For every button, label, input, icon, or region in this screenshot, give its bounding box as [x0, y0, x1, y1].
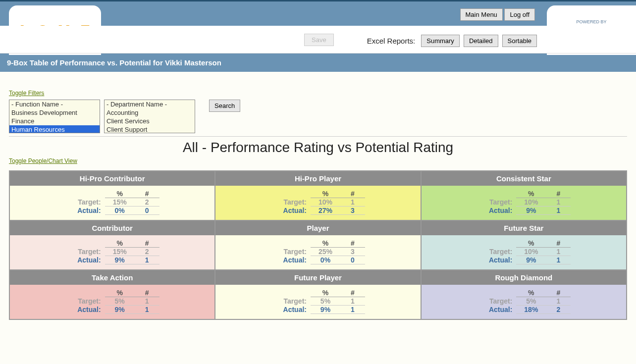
- box-title: Future Star: [422, 221, 626, 235]
- main-menu-button[interactable]: Main Menu: [460, 8, 503, 21]
- box-title: Contributor: [10, 221, 214, 235]
- toggle-people-chart-link[interactable]: Toggle People/Chart View: [9, 157, 77, 164]
- nine-box-cell: Hi-Pro Player %# Target:10%1 Actual:27%3: [215, 171, 421, 220]
- department-option[interactable]: - Department Name -: [105, 100, 195, 108]
- box-title: Rough Diamond: [422, 270, 626, 285]
- box-title: Player: [215, 221, 420, 235]
- function-option[interactable]: Finance: [9, 117, 100, 125]
- function-option[interactable]: - Function Name -: [9, 100, 100, 108]
- box-body: %# Target:10%1 Actual:27%3: [215, 186, 420, 220]
- chart-title: All - Performance Rating vs Potential Ra…: [9, 140, 627, 156]
- nine-box-grid: Hi-Pro Contributor %# Target:15%2 Actual…: [9, 170, 627, 320]
- top-bar: A C M E Main Menu Log off POWERED BY via…: [0, 0, 636, 26]
- nine-box-cell: Rough Diamond %# Target:5%1 Actual:18%2: [421, 270, 627, 319]
- nine-box-cell: Player %# Target:25%3 Actual:0%0: [215, 220, 421, 270]
- box-title: Hi-Pro Contributor: [10, 171, 214, 186]
- department-option[interactable]: Accounting: [105, 108, 195, 117]
- box-title: Consistent Star: [422, 171, 626, 186]
- function-option[interactable]: Human Resources: [9, 125, 100, 133]
- nine-box-cell: Contributor %# Target:15%2 Actual:9%1: [9, 220, 215, 270]
- detailed-button[interactable]: Detailed: [464, 35, 498, 47]
- box-body: %# Target:10%1 Actual:9%1: [422, 186, 626, 220]
- filters-row: - Function Name -Business DevelopmentFin…: [9, 100, 627, 133]
- powered-by-label: POWERED BY: [576, 19, 606, 24]
- department-option[interactable]: Client Support: [105, 125, 195, 133]
- search-button[interactable]: Search: [209, 100, 240, 112]
- nine-box-cell: Take Action %# Target:5%1 Actual:9%1: [9, 270, 215, 319]
- divider: [9, 136, 627, 137]
- box-body: %# Target:15%2 Actual:9%1: [10, 235, 214, 269]
- function-option[interactable]: Business Development: [9, 108, 100, 117]
- box-body: %# Target:25%3 Actual:0%0: [215, 235, 420, 269]
- box-body: %# Target:15%2 Actual:0%0: [10, 186, 214, 220]
- log-off-button[interactable]: Log off: [504, 8, 535, 21]
- nine-box-cell: Hi-Pro Contributor %# Target:15%2 Actual…: [9, 171, 215, 220]
- page-title: 9-Box Table of Performance vs. Potential…: [0, 53, 636, 72]
- box-body: %# Target:10%1 Actual:9%1: [422, 235, 626, 269]
- box-body: %# Target:5%1 Actual:18%2: [422, 285, 626, 319]
- department-option[interactable]: Client Services: [105, 117, 195, 125]
- box-title: Take Action: [10, 270, 214, 285]
- department-name-listbox[interactable]: - Department Name -AccountingClient Serv…: [104, 100, 195, 133]
- save-button: Save: [304, 34, 334, 46]
- box-title: Hi-Pro Player: [215, 171, 420, 186]
- nine-box-cell: Future Player %# Target:5%1 Actual:9%1: [215, 270, 421, 319]
- box-body: %# Target:5%1 Actual:9%1: [215, 285, 420, 319]
- nine-box-cell: Consistent Star %# Target:10%1 Actual:9%…: [421, 171, 627, 220]
- nine-box-cell: Future Star %# Target:10%1 Actual:9%1: [421, 220, 627, 270]
- header-toolbar: Save Excel Reports: Summary Detailed Sor…: [0, 26, 636, 53]
- toggle-filters-link[interactable]: Toggle Filters: [9, 90, 44, 97]
- function-name-listbox[interactable]: - Function Name -Business DevelopmentFin…: [9, 100, 100, 133]
- box-title: Future Player: [215, 270, 420, 285]
- sortable-button[interactable]: Sortable: [502, 35, 537, 47]
- summary-button[interactable]: Summary: [421, 35, 460, 47]
- box-body: %# Target:5%1 Actual:9%1: [10, 285, 214, 319]
- excel-reports-label: Excel Reports:: [367, 37, 416, 45]
